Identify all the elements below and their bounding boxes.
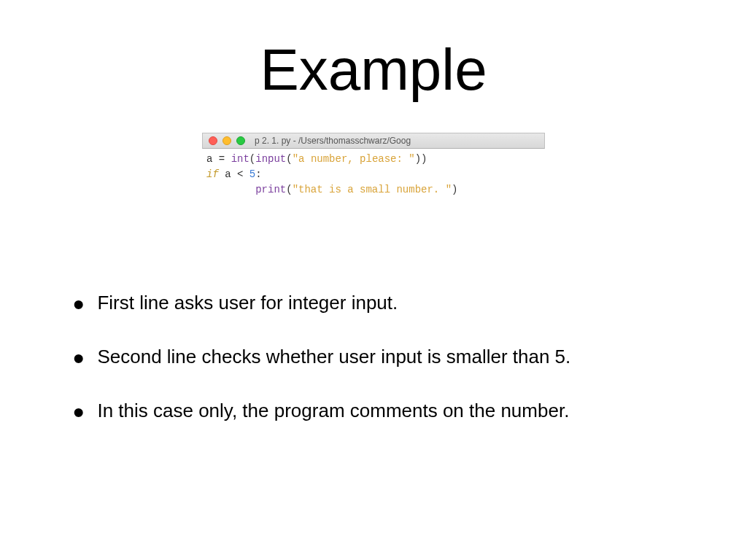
code-token: int [231,153,249,165]
code-token: ( [286,153,292,165]
code-token: input [255,153,286,165]
code-token [219,168,225,180]
code-token: < [231,168,249,180]
code-token: )) [415,153,427,165]
code-line-2: if a < 5: [206,167,541,182]
code-token: 5 [249,168,255,180]
list-item: • In this case only, the program comment… [73,397,703,424]
zoom-icon[interactable] [236,136,245,145]
code-token: print [255,184,286,195]
code-line-3: print("that is a small number. ") [206,182,541,198]
code-token: : [255,168,261,180]
bullet-icon: • [73,351,84,367]
close-icon[interactable] [209,136,217,145]
bullet-text: First line asks user for integer input. [97,289,398,316]
bullet-list: • First line asks user for integer input… [0,289,747,423]
code-token: a [225,168,231,180]
bullet-icon: • [73,405,84,421]
code-window: p 2. 1. py - /Users/thomasschwarz/Goog a… [202,133,545,202]
code-area: a = int(input("a number, please: "))if a… [202,149,545,202]
code-token: "that is a small number. " [293,184,452,195]
list-item: • First line asks user for integer input… [73,289,703,316]
code-line-1: a = int(input("a number, please: ")) [206,152,541,167]
bullet-text: In this case only, the program comments … [97,397,569,424]
code-indent [206,182,255,198]
bullet-text: Second line checks whether user input is… [97,343,570,370]
window-title-text: p 2. 1. py - /Users/thomasschwarz/Goog [255,136,411,146]
code-token: ) [452,184,457,195]
code-token: = [212,153,231,165]
list-item: • Second line checks whether user input … [73,343,703,370]
slide-title: Example [0,36,747,104]
code-token: "a number, please: " [293,153,415,165]
code-token: if [206,168,219,180]
code-token: ( [286,184,292,195]
window-titlebar: p 2. 1. py - /Users/thomasschwarz/Goog [202,133,545,149]
code-token: ( [249,153,255,165]
minimize-icon[interactable] [222,136,231,145]
bullet-icon: • [73,297,84,313]
slide: Example p 2. 1. py - /Users/thomasschwar… [0,0,747,560]
